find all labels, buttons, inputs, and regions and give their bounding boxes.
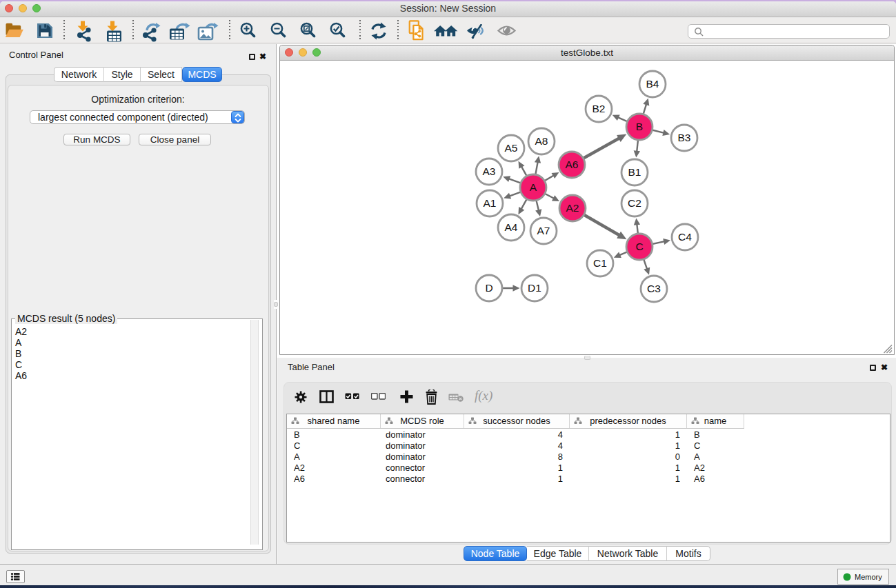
svg-text:B3: B3 — [678, 132, 691, 143]
svg-text:C4: C4 — [678, 231, 692, 243]
svg-text:A: A — [530, 181, 537, 193]
svg-text:B: B — [636, 121, 643, 132]
svg-text:C: C — [635, 241, 643, 252]
svg-text:C2: C2 — [628, 197, 641, 209]
svg-text:A1: A1 — [484, 197, 497, 209]
svg-text:A6: A6 — [566, 159, 579, 170]
svg-text:D: D — [485, 282, 492, 294]
svg-text:C3: C3 — [647, 283, 661, 294]
svg-text:B2: B2 — [593, 103, 606, 114]
svg-text:A2: A2 — [566, 202, 579, 214]
svg-text:B1: B1 — [628, 166, 641, 178]
svg-text:A7: A7 — [537, 225, 550, 236]
svg-text:A3: A3 — [483, 165, 496, 177]
svg-text:A4: A4 — [505, 221, 518, 233]
svg-text:A8: A8 — [535, 135, 548, 147]
svg-text:A5: A5 — [505, 142, 518, 154]
svg-text:D1: D1 — [528, 282, 541, 294]
svg-text:C1: C1 — [593, 257, 607, 269]
svg-text:B4: B4 — [646, 78, 659, 90]
